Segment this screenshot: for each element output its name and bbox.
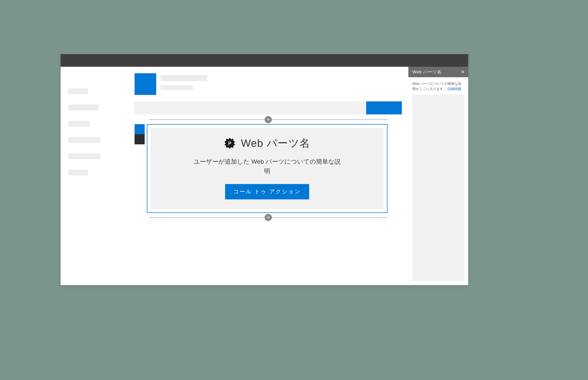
move-webpart-button[interactable] xyxy=(135,134,145,144)
call-to-action-button[interactable]: コール トゥ アクション xyxy=(225,184,309,199)
nav-item[interactable] xyxy=(68,88,88,94)
site-title-placeholder xyxy=(161,75,207,81)
site-header xyxy=(135,73,402,95)
command-bar-track xyxy=(135,101,366,114)
nav-item[interactable] xyxy=(68,153,100,159)
property-pane: Web パーツ名 ✕ Web パーツについての簡単な説明がここに入ります。 詳細… xyxy=(408,67,468,285)
webpart-selection-frame[interactable]: P Web パーツ名 ユーザーが追加した Web パーツについての簡単な説明 コ… xyxy=(147,124,387,213)
webpart-placeholder: P Web パーツ名 ユーザーが追加した Web パーツについての簡単な説明 コ… xyxy=(151,128,384,209)
nav-item[interactable] xyxy=(68,121,90,127)
plus-icon[interactable]: + xyxy=(265,214,272,221)
preview-badge-icon: P xyxy=(224,137,236,149)
property-pane-description: Web パーツについての簡単な説明がここに入ります。 詳細情報 xyxy=(408,77,468,95)
webpart-title: Web パーツ名 xyxy=(241,136,310,150)
nav-item[interactable] xyxy=(68,137,100,143)
webpart-toolbar xyxy=(135,124,145,213)
add-section-divider-bottom: + xyxy=(149,217,387,218)
stage: + P xyxy=(0,0,588,380)
add-section-divider-top: + xyxy=(149,119,387,120)
site-title-area xyxy=(161,73,207,90)
learn-more-link[interactable]: 詳細情報 xyxy=(447,87,461,91)
main-column: + P xyxy=(133,67,408,285)
canvas-row: P Web パーツ名 ユーザーが追加した Web パーツについての簡単な説明 コ… xyxy=(135,124,387,213)
edit-webpart-button[interactable] xyxy=(135,124,145,134)
site-subtitle-placeholder xyxy=(161,85,193,90)
nav-item[interactable] xyxy=(68,105,98,111)
nav-item[interactable] xyxy=(68,170,88,175)
left-nav xyxy=(61,67,133,285)
plus-icon[interactable]: + xyxy=(265,116,272,123)
svg-text:P: P xyxy=(228,141,231,146)
app-body: + P xyxy=(61,67,468,285)
site-logo[interactable] xyxy=(135,73,156,95)
property-pane-body xyxy=(412,95,464,281)
command-bar xyxy=(135,101,402,114)
webpart-title-row: P Web パーツ名 xyxy=(224,136,310,150)
close-icon[interactable]: ✕ xyxy=(461,69,465,75)
command-bar-primary-button[interactable] xyxy=(366,101,402,114)
property-pane-header: Web パーツ名 ✕ xyxy=(408,67,468,77)
webpart-description: ユーザーが追加した Web パーツについての簡単な説明 xyxy=(193,157,341,176)
property-pane-title: Web パーツ名 xyxy=(412,69,461,75)
window-titlebar xyxy=(61,54,468,67)
browser-window: + P xyxy=(61,54,468,285)
